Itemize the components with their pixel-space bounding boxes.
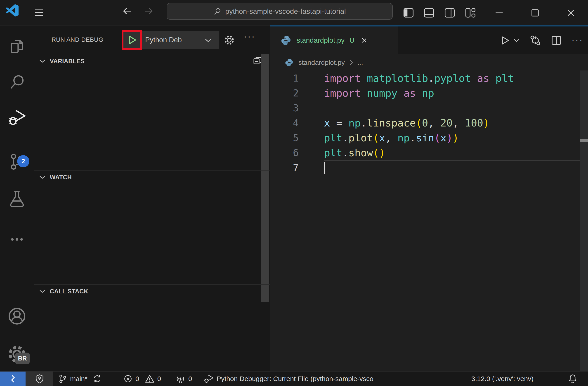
- profile-badge: BR: [15, 353, 30, 364]
- section-watch[interactable]: WATCH: [34, 170, 270, 184]
- ports-item[interactable]: 0: [175, 371, 192, 386]
- problems-item[interactable]: 0 0: [123, 371, 161, 386]
- sidebar-title: RUN AND DEBUG: [52, 25, 103, 54]
- python-version-text: 3.12.0 ('.venv': venv): [471, 375, 533, 383]
- chevron-down-icon: [39, 59, 46, 64]
- remote-icon: [8, 374, 18, 384]
- code-line[interactable]: 7: [270, 160, 580, 175]
- chevron-down-icon: [39, 175, 46, 180]
- debug-config-dropdown[interactable]: Python Deb: [145, 31, 219, 49]
- customize-layout-icon[interactable]: [465, 7, 476, 19]
- code-line[interactable]: 1import matplotlib.pyplot as plt: [270, 71, 580, 86]
- account-button[interactable]: [0, 304, 34, 329]
- maximize-button[interactable]: [529, 7, 541, 19]
- code-area[interactable]: 1import matplotlib.pyplot as plt2import …: [270, 71, 580, 175]
- ports-count: 0: [188, 375, 192, 383]
- python-file-icon: [281, 35, 291, 46]
- warning-count: 0: [157, 375, 161, 383]
- sidebar-item-run-debug[interactable]: [0, 105, 34, 130]
- branch-name: main*: [70, 375, 87, 383]
- account-icon: [7, 307, 27, 326]
- sidebar-item-testing[interactable]: [0, 186, 34, 211]
- minimize-button[interactable]: [494, 7, 505, 19]
- debugger-status-text: Python Debugger: Current File (python-sa…: [217, 375, 374, 383]
- sidebar-item-source-control[interactable]: 2: [0, 149, 34, 174]
- editor-scrollbar-thumb[interactable]: [580, 139, 588, 142]
- text-cursor: [324, 162, 325, 174]
- breadcrumb[interactable]: standardplot.py ...: [270, 54, 588, 71]
- git-branch-item[interactable]: main*: [58, 371, 102, 386]
- code-line[interactable]: 6plt.show(): [270, 145, 580, 160]
- error-icon: [123, 374, 133, 384]
- error-count: 0: [135, 375, 139, 383]
- annotation-highlight-box: [122, 30, 142, 50]
- tab-untracked-badge: U: [350, 37, 355, 44]
- notifications-item[interactable]: [567, 371, 578, 386]
- workspace-trust-item[interactable]: [25, 371, 53, 386]
- forward-arrow-icon[interactable]: [143, 5, 154, 17]
- chevron-down-icon: [513, 38, 520, 43]
- settings-button[interactable]: BR: [0, 342, 34, 367]
- command-center-search[interactable]: python-sample-vscode-fastapi-tutorial: [167, 3, 393, 20]
- tab-standardplot[interactable]: standardplot.py U: [270, 26, 398, 54]
- run-debug-sidebar: RUN AND DEBUG Python Deb ···: [34, 25, 270, 371]
- chevron-right-icon: [349, 59, 354, 66]
- run-python-file-button[interactable]: [500, 35, 520, 46]
- debug-status-icon: [204, 374, 214, 384]
- breadcrumb-file-name: standardplot.py: [298, 59, 345, 66]
- code-line[interactable]: 2import numpy as np: [270, 86, 580, 101]
- code-line[interactable]: 5plt.plot(x, np.sin(x)): [270, 131, 580, 145]
- debug-config-value: Python Deb: [145, 36, 182, 44]
- section-watch-label: WATCH: [50, 174, 72, 181]
- toggle-panel-icon[interactable]: [423, 7, 435, 19]
- open-changes-icon[interactable]: [529, 35, 541, 46]
- sidebar-header: RUN AND DEBUG Python Deb ···: [34, 25, 270, 54]
- editor-more-actions-icon[interactable]: ···: [571, 35, 583, 45]
- sidebar-item-more-views[interactable]: [0, 227, 34, 252]
- activity-bar: 2: [0, 25, 34, 371]
- section-variables-label: VARIABLES: [50, 58, 84, 65]
- code-line[interactable]: 4x = np.linspace(0, 20, 100): [270, 116, 580, 131]
- search-view-icon: [8, 73, 26, 91]
- warning-icon: [145, 374, 155, 384]
- menu-hamburger-icon[interactable]: [33, 7, 44, 18]
- debugger-status-item[interactable]: Python Debugger: Current File (python-sa…: [204, 371, 438, 386]
- more-views-icon: [9, 232, 25, 247]
- sidebar-item-search[interactable]: [0, 70, 34, 95]
- section-call-stack[interactable]: CALL STACK: [34, 284, 270, 298]
- radio-tower-icon: [175, 374, 186, 384]
- tab-file-name: standardplot.py: [297, 36, 345, 44]
- sidebar-item-explorer[interactable]: [0, 35, 34, 60]
- section-variables[interactable]: VARIABLES: [34, 54, 270, 68]
- search-icon: [213, 7, 222, 15]
- run-debug-icon: [7, 108, 26, 127]
- explorer-icon: [8, 39, 26, 57]
- testing-flask-icon: [8, 190, 26, 208]
- toggle-secondary-sidebar-icon[interactable]: [444, 7, 455, 19]
- chevron-down-icon: [39, 289, 46, 294]
- bell-icon: [567, 374, 578, 384]
- sync-icon: [92, 374, 102, 384]
- code-line[interactable]: 3: [270, 101, 580, 116]
- scm-badge: 2: [17, 155, 29, 167]
- editor-toolbar: ···: [500, 26, 583, 54]
- debug-settings-gear-icon[interactable]: [223, 34, 235, 46]
- close-button[interactable]: [565, 7, 576, 19]
- back-arrow-icon[interactable]: [122, 5, 133, 17]
- tabs-bar: standardplot.py U: [270, 25, 588, 54]
- remote-indicator[interactable]: [0, 371, 25, 386]
- status-bar: main* 0 0: [0, 371, 588, 386]
- split-editor-icon[interactable]: [551, 35, 562, 46]
- vscode-logo-icon: [6, 4, 19, 17]
- toggle-primary-sidebar-icon[interactable]: [403, 7, 414, 19]
- chevron-down-icon: [204, 38, 212, 43]
- editor-scrollbar[interactable]: [580, 71, 588, 371]
- python-version-item[interactable]: 3.12.0 ('.venv': venv): [471, 371, 533, 386]
- search-value: python-sample-vscode-fastapi-tutorial: [225, 7, 346, 16]
- tab-close-icon[interactable]: [360, 37, 368, 44]
- python-file-icon: [285, 58, 294, 67]
- breadcrumb-ellipsis: ...: [357, 59, 363, 66]
- git-branch-icon: [58, 374, 67, 384]
- section-call-stack-label: CALL STACK: [50, 288, 88, 295]
- views-more-actions-icon[interactable]: ···: [244, 31, 255, 41]
